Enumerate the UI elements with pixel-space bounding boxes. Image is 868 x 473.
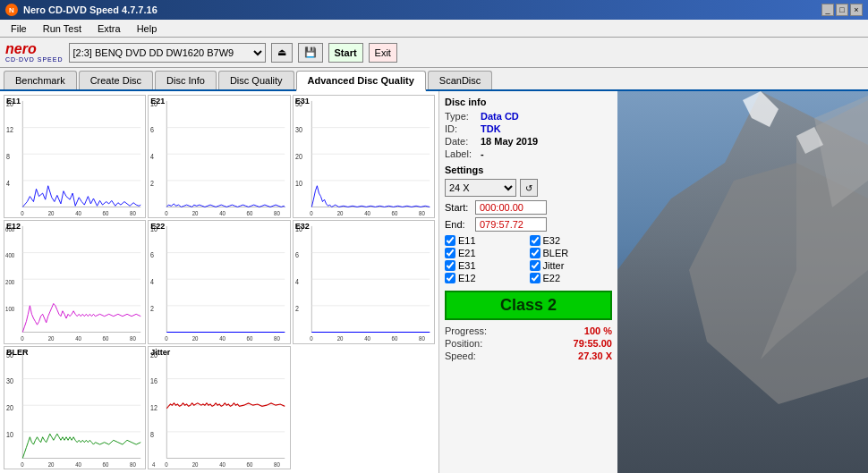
- svg-text:60: 60: [391, 335, 397, 342]
- svg-text:0: 0: [21, 335, 24, 342]
- svg-text:40: 40: [75, 335, 81, 342]
- svg-text:60: 60: [247, 210, 253, 217]
- svg-text:40: 40: [75, 460, 81, 468]
- checkbox-e31-label: E31: [458, 260, 476, 271]
- svg-text:20: 20: [192, 460, 199, 468]
- disc-info-title: Disc info: [445, 97, 612, 107]
- svg-text:20: 20: [336, 335, 343, 342]
- menu-help[interactable]: Help: [130, 21, 165, 36]
- start-button[interactable]: Start: [328, 43, 363, 63]
- svg-text:0: 0: [310, 210, 313, 217]
- minimize-button[interactable]: _: [821, 4, 834, 16]
- svg-text:100: 100: [5, 306, 14, 313]
- tab-advanced-disc-quality[interactable]: Advanced Disc Quality: [296, 71, 426, 91]
- svg-text:30: 30: [6, 377, 13, 386]
- graph-e11: E11 20 12 8 4 0 20 40 60 80: [4, 95, 146, 218]
- speed-selector[interactable]: 24 X Max 4 X 8 X 16 X 32 X 40 X 48 X: [445, 179, 516, 197]
- type-label: Type:: [445, 111, 477, 122]
- svg-text:4: 4: [6, 179, 11, 188]
- svg-text:60: 60: [103, 460, 109, 468]
- svg-text:4: 4: [150, 278, 155, 287]
- checkbox-e12-input[interactable]: [445, 273, 455, 283]
- svg-text:60: 60: [391, 210, 397, 217]
- graph-e31: E31 50 30 20 10 0 20 40 60 80: [293, 95, 435, 218]
- date-value: 18 May 2019: [481, 136, 538, 147]
- checkbox-jitter-input[interactable]: [530, 260, 540, 271]
- menu-run-test[interactable]: Run Test: [36, 21, 89, 36]
- id-value: TDK: [481, 123, 501, 134]
- checkbox-bler-label: BLER: [543, 248, 569, 258]
- progress-value: 100 %: [584, 325, 612, 336]
- id-label: ID:: [445, 123, 477, 134]
- checkbox-e12: E12: [445, 273, 528, 283]
- checkbox-e31-input[interactable]: [445, 260, 455, 271]
- svg-text:80: 80: [419, 210, 425, 217]
- checkbox-e31: E31: [445, 260, 528, 271]
- nero-logo: nero CD·DVD SPEED: [5, 42, 64, 63]
- end-value: 079:57.72: [475, 217, 547, 232]
- svg-text:12: 12: [150, 403, 157, 412]
- svg-text:20: 20: [295, 153, 302, 162]
- menu-extra[interactable]: Extra: [90, 21, 128, 36]
- settings-title: Settings: [445, 165, 612, 175]
- type-value: Data CD: [481, 111, 519, 122]
- graph-e22-title: E22: [150, 222, 165, 231]
- checkbox-e32: E32: [530, 235, 613, 246]
- svg-text:60: 60: [103, 210, 109, 217]
- svg-text:20: 20: [192, 335, 199, 342]
- checkbox-e22-label: E22: [543, 273, 561, 283]
- svg-text:80: 80: [130, 335, 136, 342]
- svg-text:40: 40: [364, 335, 370, 342]
- window-close-button[interactable]: ×: [850, 4, 863, 16]
- svg-text:30: 30: [295, 126, 302, 135]
- svg-text:400: 400: [5, 252, 14, 259]
- svg-text:6: 6: [150, 251, 154, 260]
- svg-text:6: 6: [150, 126, 154, 135]
- svg-text:80: 80: [130, 210, 136, 217]
- info-panel: Disc info Type: Data CD ID: TDK Date: 18…: [438, 91, 617, 473]
- refresh-button[interactable]: ↺: [520, 179, 538, 197]
- tab-scandisc[interactable]: ScanDisc: [428, 71, 492, 89]
- checkbox-e22-input[interactable]: [530, 273, 540, 283]
- checkbox-jitter: Jitter: [530, 260, 613, 271]
- eject-button[interactable]: ⏏: [271, 43, 293, 63]
- svg-text:20: 20: [6, 403, 13, 412]
- tab-disc-quality[interactable]: Disc Quality: [218, 71, 294, 89]
- menu-file[interactable]: File: [4, 21, 34, 36]
- graph-e11-title: E11: [6, 97, 21, 106]
- checkbox-bler-input[interactable]: [530, 248, 540, 258]
- tab-create-disc[interactable]: Create Disc: [79, 71, 153, 89]
- checkbox-e11-input[interactable]: [445, 235, 455, 246]
- graph-jitter: Jitter 20 16 12 8 4 0 20 40 60 80: [148, 346, 290, 469]
- svg-text:40: 40: [219, 210, 226, 217]
- checkbox-e21-label: E21: [458, 248, 476, 258]
- svg-text:80: 80: [130, 460, 136, 468]
- svg-text:60: 60: [247, 460, 253, 468]
- checkbox-e21-input[interactable]: [445, 248, 455, 258]
- svg-text:20: 20: [48, 335, 55, 342]
- maximize-button[interactable]: □: [836, 4, 848, 16]
- svg-text:4: 4: [150, 153, 155, 162]
- save-button[interactable]: 💾: [298, 43, 323, 63]
- svg-text:40: 40: [219, 460, 226, 468]
- svg-text:2: 2: [295, 305, 299, 314]
- checkbox-e11: E11: [445, 235, 528, 246]
- checkbox-e12-label: E12: [458, 273, 476, 283]
- app-icon: N: [5, 4, 18, 16]
- tab-bar: Benchmark Create Disc Disc Info Disc Qua…: [0, 68, 868, 91]
- drive-selector[interactable]: [2:3] BENQ DVD DD DW1620 B7W9: [69, 43, 266, 63]
- app-title: Nero CD-DVD Speed 4.7.7.16: [23, 4, 157, 15]
- graphs-area: E11 20 12 8 4 0 20 40 60 80: [0, 91, 438, 473]
- checkbox-e32-input[interactable]: [530, 235, 540, 246]
- graph-e32: E32 10 6 4 2 0 20 40 60 80: [293, 220, 435, 343]
- position-label: Position:: [445, 338, 482, 349]
- position-value: 79:55.00: [574, 338, 612, 349]
- svg-text:8: 8: [150, 430, 154, 439]
- graph-e31-title: E31: [295, 97, 310, 106]
- exit-button[interactable]: Exit: [369, 43, 397, 63]
- svg-text:4: 4: [295, 278, 300, 287]
- svg-text:0: 0: [310, 335, 313, 342]
- tab-benchmark[interactable]: Benchmark: [4, 71, 77, 89]
- svg-text:200: 200: [5, 279, 14, 286]
- tab-disc-info[interactable]: Disc Info: [155, 71, 217, 89]
